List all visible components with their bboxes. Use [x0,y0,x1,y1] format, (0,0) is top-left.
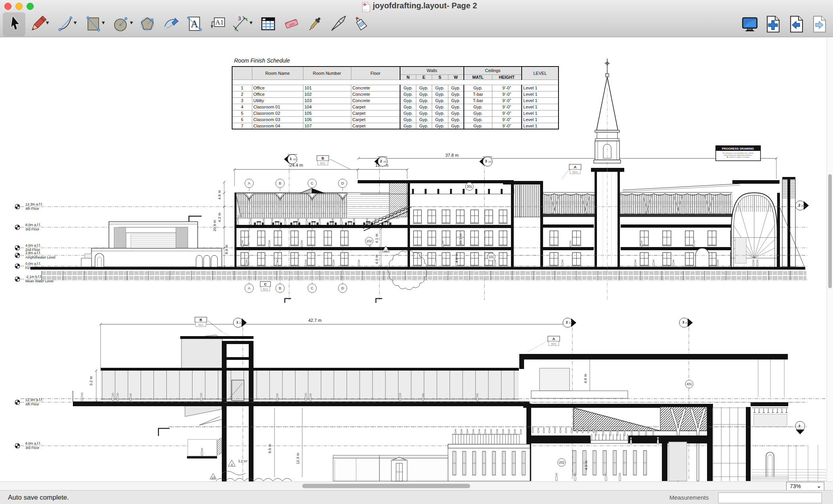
svg-text:3rd Floor: 3rd Floor [25,227,39,231]
svg-text:Amphitheater Level: Amphitheater Level [25,255,55,259]
svg-text:C: C [311,286,314,290]
svg-text:B: B [279,181,281,185]
svg-text:B: B [279,286,281,290]
svg-text:A: A [248,181,251,185]
svg-text:4.6 m: 4.6 m [217,190,221,200]
svg-text:4.6 m: 4.6 m [583,374,587,383]
svg-text:A7: A7 [798,428,801,431]
svg-text:37.8 m: 37.8 m [445,153,459,158]
svg-text:3: 3 [238,15,241,21]
svg-text:501: 501 [320,162,326,165]
svg-text:12.3 m: 12.3 m [295,453,300,464]
svg-text:All content is subject to chan: All content is subject to change [726,156,749,158]
svg-text:B: B [200,318,202,322]
svg-text:10.1 m: 10.1 m [458,233,463,245]
svg-text:4.0 m: 4.0 m [584,460,588,470]
svg-text:3.2 m²: 3.2 m² [238,459,248,463]
svg-text:D: D [341,286,344,290]
svg-text:8.0m a.f.f.: 8.0m a.f.f. [25,441,41,445]
svg-text:-2.1m b.f.f.: -2.1m b.f.f. [25,275,42,279]
svg-text:3.2 m: 3.2 m [89,376,93,386]
svg-text:4th Floor: 4th Floor [25,402,39,406]
svg-text:4th Floor: 4th Floor [25,207,39,211]
svg-text:A: A [248,286,251,290]
svg-text:C: C [311,181,314,185]
svg-text:A7: A7 [569,321,572,324]
svg-text:4.2 m: 4.2 m [217,213,221,222]
svg-text:A5: A5 [383,160,387,163]
svg-text:0.0m a.f.f.: 0.0m a.f.f. [25,262,41,266]
svg-text:4.1 m: 4.1 m [374,234,379,243]
svg-text:8.9 m: 8.9 m [224,245,229,254]
svg-text:12.3m a.f.f.: 12.3m a.f.f. [25,202,43,206]
svg-text:3: 3 [682,320,684,324]
svg-text:202: 202 [559,460,564,464]
svg-text:20.9 m: 20.9 m [212,220,217,231]
svg-text:202: 202 [366,239,372,243]
svg-text:3rd Floor: 3rd Floor [25,446,39,450]
svg-text:401: 401 [686,382,692,386]
svg-text:1: 1 [236,320,238,324]
svg-text:301: 301 [467,184,472,188]
svg-text:3: 3 [485,159,487,163]
svg-text:101: 101 [488,255,494,259]
svg-text:501: 501 [263,287,268,291]
svg-text:501: 501 [572,170,578,174]
svg-text:A5: A5 [488,160,492,163]
svg-text:4.0m a.f.f.: 4.0m a.f.f. [25,243,41,247]
svg-text:501: 501 [198,323,204,327]
svg-text:A1: A1 [215,19,224,26]
svg-text:4.0 m: 4.0 m [374,255,379,264]
svg-text:A7: A7 [685,321,688,324]
svg-text:2: 2 [798,203,800,207]
svg-text:1: 1 [290,157,292,161]
svg-text:A: A [553,337,555,341]
svg-text:2.8m a.f.f.: 2.8m a.f.f. [25,251,41,255]
svg-text:2: 2 [566,320,568,324]
svg-text:PROGRESS DRAWING: PROGRESS DRAWING [722,147,754,150]
svg-text:B: B [322,156,324,160]
svg-text:4: 4 [231,463,233,467]
svg-text:501: 501 [551,342,557,346]
svg-text:4.0 m: 4.0 m [454,253,459,263]
svg-text:A5: A5 [293,158,296,161]
svg-text:C: C [264,282,267,286]
svg-text:42.7 m: 42.7 m [308,318,322,323]
svg-text:A: A [574,165,577,169]
svg-text:3: 3 [798,424,800,428]
svg-text:12.3m a.f.f.: 12.3m a.f.f. [25,398,43,402]
svg-text:2: 2 [380,159,382,163]
svg-text:D: D [341,181,344,185]
svg-text:10: 10 [211,476,215,480]
svg-text:8.0m a.f.f.: 8.0m a.f.f. [25,223,41,227]
svg-text:9.5 m: 9.5 m [267,444,272,453]
svg-text:A7: A7 [239,321,242,324]
svg-text:12: 12 [384,249,388,253]
